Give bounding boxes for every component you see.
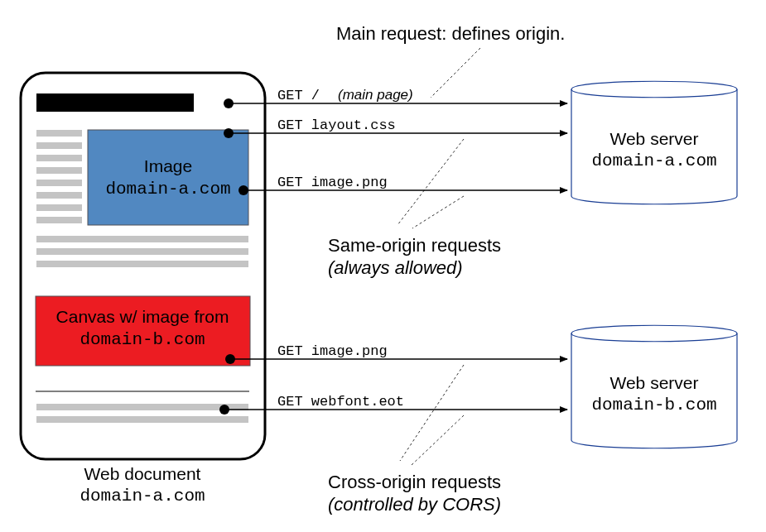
doc-titlebar <box>36 93 194 112</box>
canvas-box: Canvas w/ image from domain-b.com <box>36 296 250 366</box>
request-image-same-label: GET image.png <box>277 175 388 190</box>
svg-rect-9 <box>88 130 248 225</box>
server-b-title: Web server <box>610 373 699 392</box>
request-main: GET / (main page) <box>224 87 567 108</box>
svg-rect-8 <box>36 217 82 223</box>
svg-rect-11 <box>36 248 248 255</box>
request-css-label: GET layout.css <box>277 117 396 133</box>
svg-rect-4 <box>36 167 82 174</box>
doc-textlines-mid <box>36 236 248 267</box>
cors-diagram: Image domain-a.com Canvas w/ image from … <box>0 0 766 532</box>
svg-rect-7 <box>36 204 82 211</box>
server-b: Web server domain-b.com <box>571 325 737 448</box>
same-origin-group: Same-origin requests (always allowed) <box>328 139 501 278</box>
request-main-get: GET / <box>277 88 320 103</box>
doc-caption-line2: domain-a.com <box>79 486 205 506</box>
svg-rect-15 <box>36 404 248 410</box>
image-box: Image domain-a.com <box>88 130 248 225</box>
main-request-label: Main request: defines origin. <box>336 23 565 44</box>
cross-origin-group: Cross-origin requests (controlled by COR… <box>328 365 501 515</box>
main-request-connector <box>431 48 480 98</box>
request-webfont: GET webfont.eot <box>219 394 567 415</box>
request-css: GET layout.css <box>224 117 567 138</box>
svg-line-31 <box>412 415 464 465</box>
request-main-note: (main page) <box>338 87 413 103</box>
image-box-line1: Image <box>144 156 192 175</box>
server-a-domain: domain-a.com <box>591 151 716 170</box>
image-box-line2: domain-a.com <box>105 180 230 199</box>
request-image-cross-label: GET image.png <box>277 343 388 359</box>
svg-rect-12 <box>36 261 248 267</box>
canvas-box-line1: Canvas w/ image from <box>56 307 229 326</box>
svg-rect-16 <box>36 416 248 423</box>
cross-origin-sub: (controlled by CORS) <box>328 494 501 515</box>
doc-caption-line1: Web document <box>84 464 201 483</box>
request-image-cross: GET image.png <box>225 343 567 364</box>
svg-line-30 <box>400 365 464 461</box>
request-image-same: GET image.png <box>238 175 567 195</box>
server-a: Web server domain-a.com <box>571 81 737 204</box>
svg-line-28 <box>397 139 464 225</box>
canvas-box-line2: domain-b.com <box>79 330 205 349</box>
same-origin-sub: (always allowed) <box>328 257 463 278</box>
request-webfont-label: GET webfont.eot <box>277 394 404 410</box>
svg-rect-1 <box>36 130 82 137</box>
svg-rect-5 <box>36 180 82 186</box>
svg-line-29 <box>412 196 464 228</box>
svg-rect-6 <box>36 192 82 199</box>
cross-origin-title: Cross-origin requests <box>328 472 501 492</box>
svg-rect-2 <box>36 142 82 149</box>
same-origin-title: Same-origin requests <box>328 235 501 256</box>
svg-rect-3 <box>36 155 82 161</box>
server-a-title: Web server <box>610 129 699 148</box>
svg-rect-10 <box>36 236 248 242</box>
server-b-domain: domain-b.com <box>591 395 716 415</box>
